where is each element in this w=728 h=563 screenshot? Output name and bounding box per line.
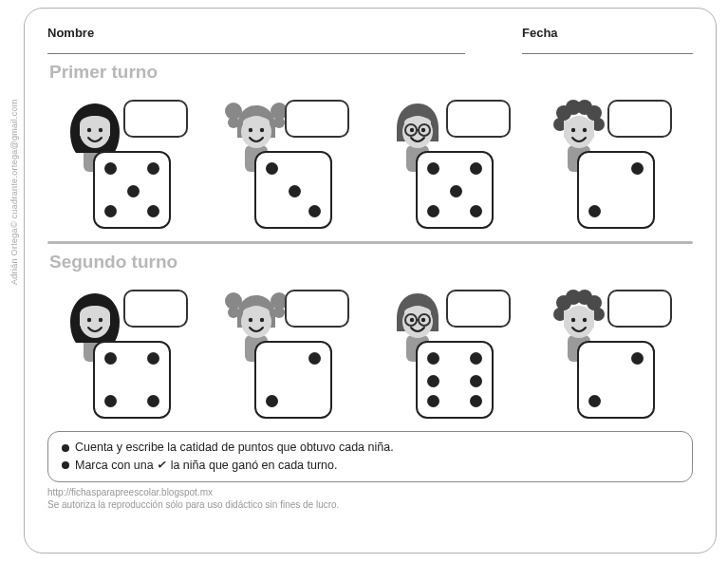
answer-box[interactable]: [607, 290, 672, 328]
svg-point-28: [583, 128, 587, 132]
instruction-line-2: Marca con una ✓ la niña que ganó en cada…: [62, 457, 679, 475]
section-divider: [47, 241, 693, 244]
date-field-group: Fecha: [522, 26, 693, 54]
die-pip: [127, 185, 140, 197]
svg-point-30: [80, 306, 110, 338]
svg-point-57: [583, 318, 587, 322]
die-pip: [147, 162, 159, 175]
check-icon: ✓: [156, 456, 169, 475]
die-pip: [588, 395, 601, 407]
svg-point-13: [402, 116, 433, 148]
footer: http://fichasparapreescolar.blogspot.mx …: [47, 486, 693, 511]
answer-box[interactable]: [607, 100, 672, 138]
die-pip: [631, 162, 644, 175]
turn-row: [47, 284, 693, 422]
svg-point-39: [249, 318, 252, 322]
die-pip: [427, 395, 439, 407]
name-field-group: Nombre: [47, 26, 465, 54]
svg-point-42: [402, 306, 433, 338]
die-pip: [588, 205, 601, 217]
activity-cell: [541, 284, 683, 422]
svg-point-3: [99, 128, 103, 132]
instruction-text-2a: Marca con una: [75, 459, 157, 472]
svg-point-11: [260, 128, 264, 132]
svg-point-40: [260, 318, 264, 322]
header: Nombre Fecha: [47, 26, 693, 54]
answer-box[interactable]: [123, 100, 188, 138]
die-pip: [147, 395, 159, 407]
svg-point-44: [421, 318, 425, 322]
instruction-text-1: Cuenta y escribe la catidad de puntos qu…: [75, 441, 394, 454]
turn-row: [47, 94, 693, 232]
activity-cell: [380, 94, 522, 232]
turn-title: Segundo turno: [49, 252, 693, 272]
instructions-box: Cuenta y escribe la catidad de puntos qu…: [47, 431, 693, 482]
author-credit: Adrián Ortega© cuadrante.ortega@gmail.co…: [9, 99, 19, 285]
answer-box[interactable]: [446, 100, 511, 138]
instruction-text-2b: la niña que ganó en cada turno.: [167, 459, 337, 472]
die-pip: [470, 205, 482, 217]
activity-cell: [380, 284, 522, 422]
die-pip: [450, 185, 462, 197]
die-pip: [427, 162, 439, 175]
turns-container: Primer turnoSegundo turno: [47, 62, 693, 422]
die-pip: [147, 205, 159, 217]
activity-cell: [57, 94, 199, 232]
die-pip: [631, 352, 644, 365]
die-pip: [266, 162, 278, 175]
die-pip: [427, 205, 439, 217]
svg-point-15: [421, 128, 425, 132]
die-face-6: [416, 341, 494, 419]
svg-point-26: [564, 116, 594, 148]
svg-point-43: [410, 318, 414, 322]
answer-box[interactable]: [123, 290, 188, 328]
die-pip: [104, 162, 117, 175]
answer-box[interactable]: [285, 290, 349, 328]
name-input-line[interactable]: [47, 53, 465, 54]
svg-point-55: [564, 306, 594, 338]
die-face-5: [416, 151, 494, 229]
activity-cell: [218, 94, 361, 232]
answer-box[interactable]: [446, 290, 511, 328]
die-pip: [104, 395, 117, 407]
die-face-2: [577, 151, 655, 229]
svg-point-27: [571, 128, 575, 132]
die-face-3: [254, 151, 332, 229]
footer-license: Se autoriza la reproducción sólo para us…: [47, 498, 693, 511]
die-face-5: [93, 151, 171, 229]
svg-point-2: [87, 128, 91, 132]
die-pip: [470, 395, 482, 407]
turn-title: Primer turno: [49, 62, 693, 83]
svg-point-10: [249, 128, 252, 132]
die-pip: [104, 352, 117, 365]
die-pip: [308, 205, 321, 217]
die-pip: [308, 352, 321, 365]
activity-cell: [57, 284, 199, 422]
die-face-2: [577, 341, 655, 419]
bullet-icon: [62, 461, 69, 469]
die-face-2: [254, 341, 332, 419]
die-pip: [470, 375, 482, 387]
activity-cell: [218, 284, 361, 422]
svg-point-1: [80, 116, 110, 148]
die-pip: [427, 375, 439, 387]
bullet-icon: [62, 444, 69, 452]
die-pip: [147, 352, 159, 365]
footer-url: http://fichasparapreescolar.blogspot.mx: [47, 486, 693, 498]
svg-point-38: [241, 306, 271, 338]
answer-box[interactable]: [285, 100, 349, 138]
die-pip: [427, 352, 439, 365]
svg-point-32: [99, 318, 103, 322]
die-pip: [289, 185, 301, 197]
die-face-4: [93, 341, 171, 419]
instruction-line-1: Cuenta y escribe la catidad de puntos qu…: [62, 439, 679, 457]
date-input-line[interactable]: [522, 53, 693, 54]
activity-cell: [541, 94, 683, 232]
worksheet-page: Nombre Fecha Primer turnoSegundo turno C…: [24, 8, 717, 554]
date-label: Fecha: [522, 26, 693, 40]
svg-point-56: [571, 318, 575, 322]
die-pip: [470, 162, 482, 175]
svg-point-31: [87, 318, 91, 322]
die-pip: [470, 352, 482, 365]
name-label: Nombre: [47, 26, 465, 40]
